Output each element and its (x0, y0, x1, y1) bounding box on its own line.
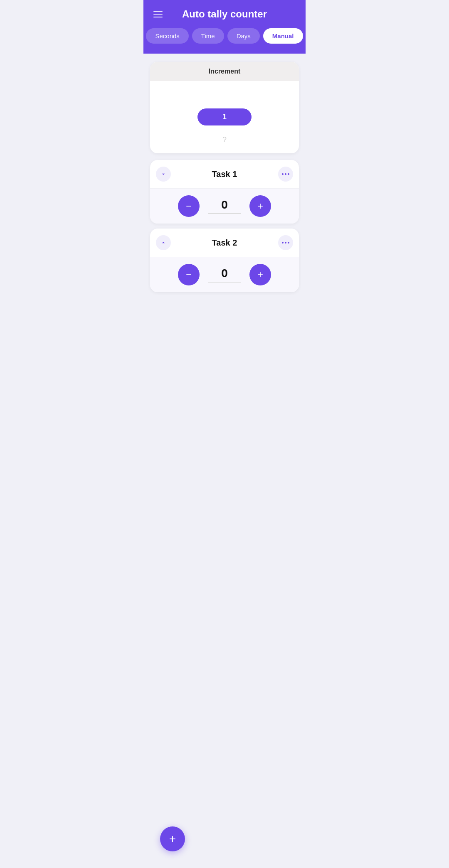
chevron-up-icon (160, 239, 167, 246)
app-header: Auto tally counter Seconds Time Days Man… (143, 0, 306, 54)
picker-selected-row[interactable]: 1 (150, 105, 299, 129)
task2-counter: − 0 + (150, 257, 299, 292)
task1-more-button[interactable] (278, 167, 293, 182)
main-content: Increment 1 ? Task 1 (143, 54, 306, 305)
task1-count: 0 (208, 198, 241, 214)
more-dots-icon (282, 173, 289, 175)
task2-card: Task 2 − 0 + (150, 229, 299, 292)
task1-increment-button[interactable]: + (249, 195, 271, 217)
task1-name: Task 1 (171, 170, 278, 179)
task1-card: Task 1 − 0 + (150, 160, 299, 224)
task2-count: 0 (208, 267, 241, 283)
app-title: Auto tally counter (164, 8, 285, 20)
increment-header: Increment (150, 62, 299, 81)
task2-header: Task 2 (150, 229, 299, 257)
increment-picker[interactable]: 1 ? (150, 81, 299, 153)
menu-icon[interactable] (152, 9, 164, 19)
tab-days[interactable]: Days (227, 28, 260, 44)
tab-seconds[interactable]: Seconds (146, 28, 188, 44)
task2-decrement-button[interactable]: − (178, 264, 200, 285)
task2-increment-button[interactable]: + (249, 264, 271, 285)
task1-decrement-button[interactable]: − (178, 195, 200, 217)
chevron-down-icon (160, 171, 167, 177)
increment-card: Increment 1 ? (150, 62, 299, 153)
picker-below-value: ? (222, 135, 227, 144)
task2-collapse-button[interactable] (156, 235, 171, 250)
picker-above-row (150, 84, 299, 105)
tab-bar: Seconds Time Days Manual (152, 28, 297, 44)
tab-time[interactable]: Time (192, 28, 224, 44)
more-dots-icon-2 (282, 242, 289, 243)
task1-counter: − 0 + (150, 189, 299, 224)
task1-collapse-button[interactable] (156, 167, 171, 182)
task2-more-button[interactable] (278, 235, 293, 250)
task2-name: Task 2 (171, 238, 278, 248)
tab-manual[interactable]: Manual (263, 28, 303, 44)
picker-selected-value[interactable]: 1 (197, 108, 252, 125)
picker-below-row: ? (150, 129, 299, 150)
task1-header: Task 1 (150, 160, 299, 189)
